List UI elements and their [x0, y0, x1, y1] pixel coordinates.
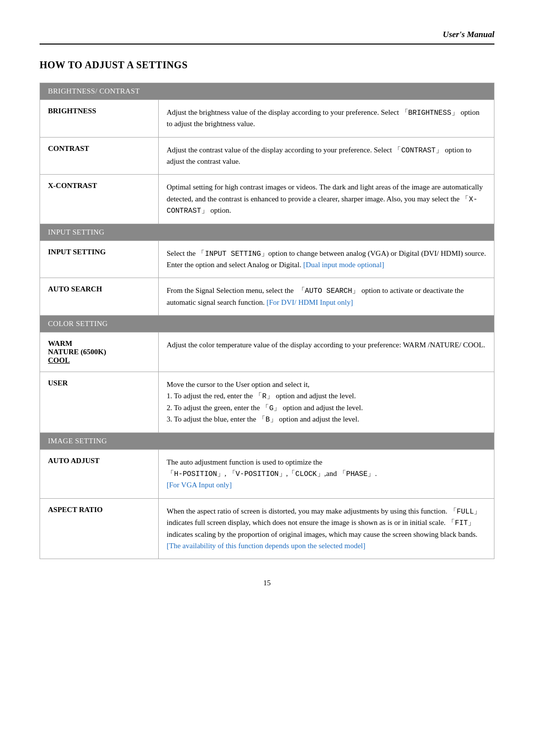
page-title: HOW TO ADJUST A SETTINGS: [40, 59, 494, 71]
page-content: HOW TO ADJUST A SETTINGS BRIGHTNESS/ CON…: [40, 59, 494, 587]
bracket-g: 「G」: [262, 404, 281, 412]
label-x-contrast: X-CONTRAST: [40, 175, 159, 224]
label-auto-adjust: AUTO ADJUST: [40, 449, 159, 498]
bracket-full: 「FULL」: [449, 508, 482, 516]
category-label-color: COLOR SETTING: [40, 316, 494, 332]
row-contrast: CONTRAST Adjust the contrast value of th…: [40, 137, 494, 175]
row-user: USER Move the cursor to the User option …: [40, 372, 494, 433]
category-label-image: IMAGE SETTING: [40, 432, 494, 449]
link-dvi-hdmi: [For DVI/ HDMI Input only]: [267, 298, 353, 306]
desc-contrast: Adjust the contrast value of the display…: [159, 137, 494, 175]
label-warm-nature-cool: WARMNATURE (6500K)COOL: [40, 332, 159, 372]
category-input-setting: INPUT SETTING: [40, 224, 494, 240]
label-auto-search: AUTO SEARCH: [40, 278, 159, 316]
link-dual-input: [Dual input mode optional]: [303, 261, 384, 269]
desc-user: Move the cursor to the User option and s…: [159, 372, 494, 433]
label-input-setting: INPUT SETTING: [40, 240, 159, 278]
bracket-auto-search: 「AUTO SEARCH」: [298, 287, 360, 295]
bracket-brightness: 「BRIGHTNESS」: [401, 109, 459, 117]
page-number: 15: [264, 579, 271, 587]
header-title: User's Manual: [443, 30, 494, 40]
label-aspect-ratio: ASPECT RATIO: [40, 498, 159, 559]
row-auto-adjust: AUTO ADJUST The auto adjustment function…: [40, 449, 494, 498]
bracket-b: 「B」: [258, 416, 277, 424]
bracket-phase: 「PHASE」: [339, 470, 375, 478]
settings-table: BRIGHTNESS/ CONTRAST BRIGHTNESS Adjust t…: [40, 83, 494, 559]
bracket-r: 「R」: [255, 392, 274, 400]
label-contrast: CONTRAST: [40, 137, 159, 175]
category-image-setting: IMAGE SETTING: [40, 432, 494, 449]
category-label-input: INPUT SETTING: [40, 224, 494, 240]
label-user: USER: [40, 372, 159, 433]
page-header: User's Manual: [40, 30, 494, 45]
bracket-vpos: 「V-POSITION」: [228, 470, 286, 478]
row-input-setting: INPUT SETTING Select the 「INPUT SETTING」…: [40, 240, 494, 278]
label-cool: COOL: [48, 356, 70, 364]
bracket-input: 「INPUT SETTING」: [197, 250, 268, 258]
bracket-contrast: 「CONTRAST」: [394, 146, 443, 154]
bracket-clock: 「CLOCK」: [288, 470, 324, 478]
desc-aspect-ratio: When the aspect ratio of screen is disto…: [159, 498, 494, 559]
row-auto-search: AUTO SEARCH From the Signal Selection me…: [40, 278, 494, 316]
bracket-fit: 「FIT」: [447, 519, 475, 527]
link-vga-only: [For VGA Input only]: [167, 481, 232, 489]
page: User's Manual HOW TO ADJUST A SETTINGS B…: [0, 0, 534, 756]
desc-auto-adjust: The auto adjustment function is used to …: [159, 449, 494, 498]
row-x-contrast: X-CONTRAST Optimal setting for high cont…: [40, 175, 494, 224]
label-brightness: BRIGHTNESS: [40, 100, 159, 138]
bracket-hpos: 「H-POSITION」: [167, 470, 224, 478]
category-color-setting: COLOR SETTING: [40, 316, 494, 332]
row-aspect-ratio: ASPECT RATIO When the aspect ratio of sc…: [40, 498, 494, 559]
bracket-x-contrast: 「X-CONTRAST」: [167, 195, 478, 215]
desc-warm-nature-cool: Adjust the color temperature value of th…: [159, 332, 494, 372]
link-availability: [The availability of this function depen…: [167, 542, 365, 550]
desc-brightness: Adjust the brightness value of the displ…: [159, 100, 494, 138]
category-label: BRIGHTNESS/ CONTRAST: [40, 83, 494, 100]
desc-input-setting: Select the 「INPUT SETTING」option to chan…: [159, 240, 494, 278]
desc-auto-search: From the Signal Selection menu, select t…: [159, 278, 494, 316]
row-warm-nature-cool: WARMNATURE (6500K)COOL Adjust the color …: [40, 332, 494, 372]
desc-x-contrast: Optimal setting for high contrast images…: [159, 175, 494, 224]
page-footer: 15: [40, 579, 494, 587]
category-brightness-contrast: BRIGHTNESS/ CONTRAST: [40, 83, 494, 100]
row-brightness: BRIGHTNESS Adjust the brightness value o…: [40, 100, 494, 138]
